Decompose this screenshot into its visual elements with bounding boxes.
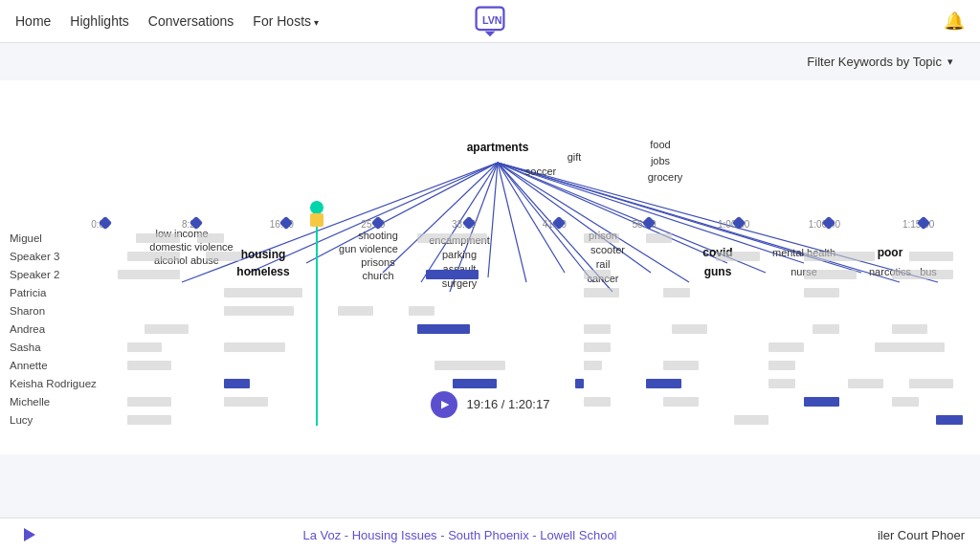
footer-sub: iler Court	[878, 528, 928, 542]
svg-text:grocery: grocery	[648, 171, 683, 183]
play-button[interactable]	[431, 391, 457, 418]
logo-icon: LVN	[473, 4, 507, 38]
time-separator: /	[501, 397, 508, 411]
svg-marker-2	[485, 32, 496, 36]
playhead-dot	[310, 201, 323, 214]
logo: LVN	[473, 4, 507, 38]
speaker-sharon: Sharon	[0, 302, 100, 320]
nav-home[interactable]: Home	[15, 13, 51, 29]
footer-bar: La Voz - Housing Issues - South Phoenix …	[0, 518, 980, 551]
speaker-3: Speaker 3	[0, 248, 100, 265]
track-speaker3	[100, 248, 980, 265]
svg-text:gift: gift	[568, 151, 582, 163]
notification-bell[interactable]: 🔔	[944, 11, 965, 32]
header: Home Highlights Conversations For Hosts …	[0, 0, 980, 43]
track-annette	[100, 357, 980, 374]
track-andrea	[100, 320, 980, 338]
track-sasha	[100, 339, 980, 356]
total-duration: 1:20:17	[508, 397, 549, 411]
footer-title: La Voz - Housing Issues - South Phoenix …	[302, 528, 616, 542]
speaker-patricia: Patricia	[0, 284, 100, 301]
footer-user: Phoer	[931, 528, 965, 542]
track-patricia	[100, 284, 980, 301]
nav-highlights[interactable]: Highlights	[70, 13, 128, 29]
nav-conversations[interactable]: Conversations	[148, 13, 234, 29]
filter-keywords-button[interactable]: Filter Keywords by Topic	[799, 51, 961, 73]
footer-right: iler Court Phoer	[878, 528, 965, 542]
playhead-marker	[310, 213, 323, 227]
speaker-sasha: Sasha	[0, 339, 100, 356]
speaker-andrea: Andrea	[0, 320, 100, 338]
svg-text:soccer: soccer	[525, 165, 557, 177]
visualization-area: Filter Keywords by Topic apartments gift…	[0, 43, 980, 454]
main-nav: Home Highlights Conversations For Hosts	[15, 13, 319, 29]
svg-text:LVN: LVN	[482, 14, 502, 26]
playhead[interactable]	[316, 206, 318, 426]
svg-text:apartments: apartments	[467, 141, 529, 154]
speaker-miguel: Miguel	[0, 230, 100, 247]
nav-for-hosts[interactable]: For Hosts	[253, 13, 318, 29]
svg-text:jobs: jobs	[650, 155, 671, 166]
filter-bar: Filter Keywords by Topic	[0, 43, 980, 80]
track-speaker2	[100, 266, 980, 283]
current-time: 19:16	[467, 397, 499, 411]
speaker-annette: Annette	[0, 357, 100, 374]
speaker-2: Speaker 2	[0, 266, 100, 283]
footer-play-icon[interactable]	[15, 521, 42, 548]
playback-controls: 19:16 / 1:20:17	[0, 387, 980, 421]
track-sharon	[100, 302, 980, 320]
time-display: 19:16 / 1:20:17	[467, 397, 550, 411]
svg-text:food: food	[650, 139, 670, 150]
svg-marker-52	[24, 528, 35, 541]
